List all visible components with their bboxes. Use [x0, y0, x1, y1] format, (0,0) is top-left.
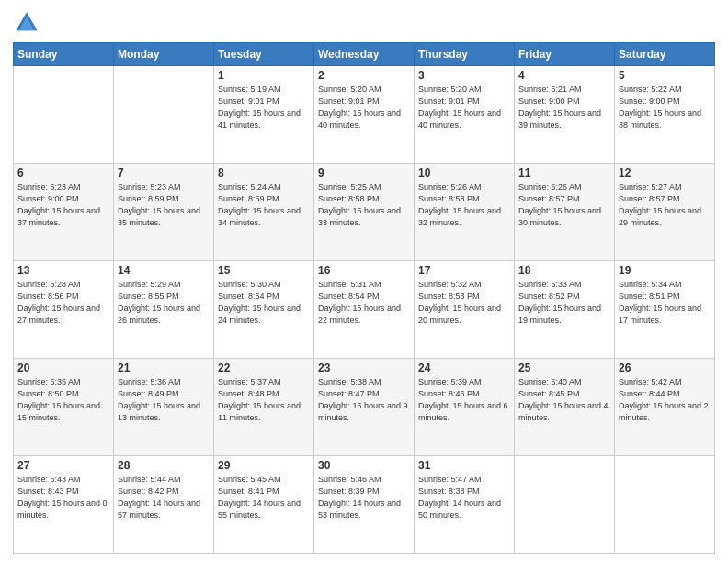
calendar-cell: 19Sunrise: 5:34 AM Sunset: 8:51 PM Dayli…: [615, 261, 715, 359]
day-number: 23: [318, 362, 410, 374]
calendar-cell: [14, 66, 114, 164]
day-info: Sunrise: 5:28 AM Sunset: 8:56 PM Dayligh…: [17, 279, 109, 327]
day-number: 17: [418, 264, 510, 277]
calendar-cell: 22Sunrise: 5:37 AM Sunset: 8:48 PM Dayli…: [214, 359, 314, 456]
calendar-cell: 13Sunrise: 5:28 AM Sunset: 8:56 PM Dayli…: [14, 261, 114, 359]
calendar-cell: 14Sunrise: 5:29 AM Sunset: 8:55 PM Dayli…: [114, 261, 214, 359]
calendar-cell: 3Sunrise: 5:20 AM Sunset: 9:01 PM Daylig…: [415, 66, 515, 164]
day-number: 19: [619, 264, 711, 277]
day-info: Sunrise: 5:32 AM Sunset: 8:53 PM Dayligh…: [418, 279, 510, 327]
calendar-cell: 28Sunrise: 5:44 AM Sunset: 8:42 PM Dayli…: [114, 456, 214, 554]
calendar-cell: 26Sunrise: 5:42 AM Sunset: 8:44 PM Dayli…: [615, 359, 715, 456]
day-number: 26: [619, 362, 711, 374]
day-info: Sunrise: 5:29 AM Sunset: 8:55 PM Dayligh…: [118, 279, 210, 327]
day-number: 8: [218, 167, 310, 179]
calendar-week-1: 1Sunrise: 5:19 AM Sunset: 9:01 PM Daylig…: [14, 66, 715, 164]
calendar-cell: [615, 456, 715, 554]
page: SundayMondayTuesdayWednesdayThursdayFrid…: [0, 0, 728, 563]
calendar-cell: 29Sunrise: 5:45 AM Sunset: 8:41 PM Dayli…: [214, 456, 314, 554]
day-number: 3: [418, 69, 510, 82]
day-number: 18: [518, 264, 610, 277]
calendar-header-monday: Monday: [114, 43, 214, 66]
day-number: 10: [418, 167, 510, 179]
day-info: Sunrise: 5:36 AM Sunset: 8:49 PM Dayligh…: [118, 376, 210, 424]
day-number: 9: [318, 167, 410, 179]
calendar-cell: 15Sunrise: 5:30 AM Sunset: 8:54 PM Dayli…: [214, 261, 314, 359]
calendar-header-sunday: Sunday: [14, 43, 114, 66]
calendar-cell: [515, 456, 615, 554]
day-info: Sunrise: 5:25 AM Sunset: 8:58 PM Dayligh…: [318, 181, 410, 229]
calendar-cell: 4Sunrise: 5:21 AM Sunset: 9:00 PM Daylig…: [515, 66, 615, 164]
calendar-week-5: 27Sunrise: 5:43 AM Sunset: 8:43 PM Dayli…: [14, 456, 715, 554]
day-number: 27: [17, 459, 109, 472]
day-number: 15: [218, 264, 310, 277]
day-info: Sunrise: 5:44 AM Sunset: 8:42 PM Dayligh…: [118, 474, 210, 522]
calendar-header-friday: Friday: [515, 43, 615, 66]
day-number: 21: [118, 362, 210, 374]
calendar-header-tuesday: Tuesday: [214, 43, 314, 66]
calendar-cell: 25Sunrise: 5:40 AM Sunset: 8:45 PM Dayli…: [515, 359, 615, 456]
day-info: Sunrise: 5:34 AM Sunset: 8:51 PM Dayligh…: [619, 279, 711, 327]
day-number: 2: [318, 69, 410, 82]
day-info: Sunrise: 5:37 AM Sunset: 8:48 PM Dayligh…: [218, 376, 310, 424]
calendar-cell: 2Sunrise: 5:20 AM Sunset: 9:01 PM Daylig…: [314, 66, 415, 164]
day-info: Sunrise: 5:42 AM Sunset: 8:44 PM Dayligh…: [619, 376, 711, 424]
day-number: 28: [118, 459, 210, 472]
day-info: Sunrise: 5:20 AM Sunset: 9:01 PM Dayligh…: [318, 84, 410, 132]
day-info: Sunrise: 5:43 AM Sunset: 8:43 PM Dayligh…: [17, 474, 109, 522]
day-info: Sunrise: 5:47 AM Sunset: 8:38 PM Dayligh…: [418, 474, 510, 522]
calendar-cell: 30Sunrise: 5:46 AM Sunset: 8:39 PM Dayli…: [314, 456, 415, 554]
day-info: Sunrise: 5:23 AM Sunset: 9:00 PM Dayligh…: [17, 181, 109, 229]
day-number: 30: [318, 459, 410, 472]
header: [13, 9, 715, 37]
calendar-cell: 20Sunrise: 5:35 AM Sunset: 8:50 PM Dayli…: [14, 359, 114, 456]
day-info: Sunrise: 5:30 AM Sunset: 8:54 PM Dayligh…: [218, 279, 310, 327]
calendar-header-wednesday: Wednesday: [314, 43, 415, 66]
day-info: Sunrise: 5:38 AM Sunset: 8:47 PM Dayligh…: [318, 376, 410, 424]
day-number: 5: [619, 69, 711, 82]
logo: [13, 9, 44, 37]
day-number: 12: [619, 167, 711, 179]
day-number: 7: [118, 167, 210, 179]
day-number: 6: [17, 167, 109, 179]
day-info: Sunrise: 5:27 AM Sunset: 8:57 PM Dayligh…: [619, 181, 711, 229]
day-info: Sunrise: 5:21 AM Sunset: 9:00 PM Dayligh…: [518, 84, 610, 132]
calendar-cell: 11Sunrise: 5:26 AM Sunset: 8:57 PM Dayli…: [515, 164, 615, 261]
day-number: 11: [518, 167, 610, 179]
day-number: 25: [518, 362, 610, 374]
calendar-cell: 1Sunrise: 5:19 AM Sunset: 9:01 PM Daylig…: [214, 66, 314, 164]
day-number: 13: [17, 264, 109, 277]
calendar-week-4: 20Sunrise: 5:35 AM Sunset: 8:50 PM Dayli…: [14, 359, 715, 456]
day-number: 24: [418, 362, 510, 374]
calendar-cell: 23Sunrise: 5:38 AM Sunset: 8:47 PM Dayli…: [314, 359, 415, 456]
day-info: Sunrise: 5:20 AM Sunset: 9:01 PM Dayligh…: [418, 84, 510, 132]
calendar-cell: 9Sunrise: 5:25 AM Sunset: 8:58 PM Daylig…: [314, 164, 415, 261]
day-info: Sunrise: 5:46 AM Sunset: 8:39 PM Dayligh…: [318, 474, 410, 522]
day-info: Sunrise: 5:23 AM Sunset: 8:59 PM Dayligh…: [118, 181, 210, 229]
day-info: Sunrise: 5:26 AM Sunset: 8:58 PM Dayligh…: [418, 181, 510, 229]
day-number: 22: [218, 362, 310, 374]
logo-icon: [13, 9, 40, 37]
calendar-header-thursday: Thursday: [415, 43, 515, 66]
calendar-header-row: SundayMondayTuesdayWednesdayThursdayFrid…: [14, 43, 715, 66]
day-info: Sunrise: 5:33 AM Sunset: 8:52 PM Dayligh…: [518, 279, 610, 327]
calendar-table: SundayMondayTuesdayWednesdayThursdayFrid…: [13, 42, 715, 554]
calendar-cell: 24Sunrise: 5:39 AM Sunset: 8:46 PM Dayli…: [415, 359, 515, 456]
calendar-week-2: 6Sunrise: 5:23 AM Sunset: 9:00 PM Daylig…: [14, 164, 715, 261]
day-number: 20: [17, 362, 109, 374]
calendar-cell: 8Sunrise: 5:24 AM Sunset: 8:59 PM Daylig…: [214, 164, 314, 261]
day-info: Sunrise: 5:24 AM Sunset: 8:59 PM Dayligh…: [218, 181, 310, 229]
calendar-cell: 18Sunrise: 5:33 AM Sunset: 8:52 PM Dayli…: [515, 261, 615, 359]
calendar-cell: 16Sunrise: 5:31 AM Sunset: 8:54 PM Dayli…: [314, 261, 415, 359]
day-info: Sunrise: 5:19 AM Sunset: 9:01 PM Dayligh…: [218, 84, 310, 132]
calendar-cell: 31Sunrise: 5:47 AM Sunset: 8:38 PM Dayli…: [415, 456, 515, 554]
day-number: 1: [218, 69, 310, 82]
calendar-cell: [114, 66, 214, 164]
day-number: 29: [218, 459, 310, 472]
calendar-cell: 5Sunrise: 5:22 AM Sunset: 9:00 PM Daylig…: [615, 66, 715, 164]
day-info: Sunrise: 5:35 AM Sunset: 8:50 PM Dayligh…: [17, 376, 109, 424]
calendar-header-saturday: Saturday: [615, 43, 715, 66]
calendar-cell: 27Sunrise: 5:43 AM Sunset: 8:43 PM Dayli…: [14, 456, 114, 554]
day-info: Sunrise: 5:45 AM Sunset: 8:41 PM Dayligh…: [218, 474, 310, 522]
calendar-cell: 21Sunrise: 5:36 AM Sunset: 8:49 PM Dayli…: [114, 359, 214, 456]
